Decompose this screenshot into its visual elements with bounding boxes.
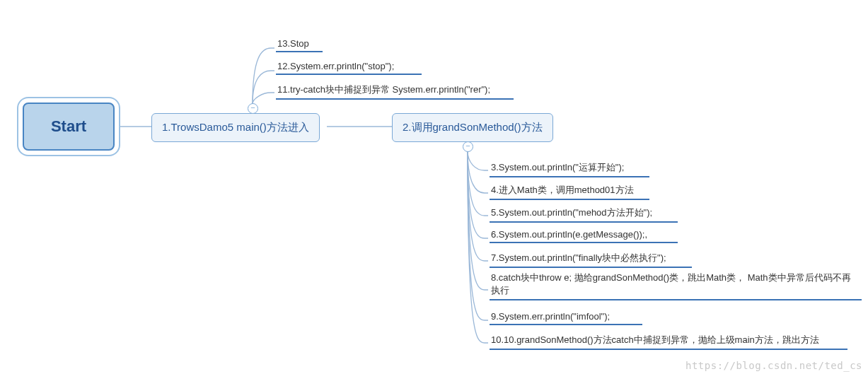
node-main-label: 1.TrowsDamo5 main()方法进入 (162, 121, 309, 133)
collapse-toggle-upper[interactable] (248, 103, 258, 114)
leaf-5-method-start[interactable]: 5.System.out.println("mehod方法开始"); (490, 206, 678, 223)
node-main-method[interactable]: 1.TrowsDamo5 main()方法进入 (151, 113, 320, 142)
root-node[interactable]: Start (23, 103, 115, 151)
leaf-13-stop[interactable]: 13.Stop (276, 38, 323, 52)
watermark-text: https://blog.csdn.net/ted_cs (685, 360, 862, 371)
root-label: Start (51, 117, 86, 136)
leaf-7-finally[interactable]: 7.System.out.println("finally块中必然执行"); (490, 252, 692, 268)
leaf-11-trycatch[interactable]: 11.try-catch块中捕捉到异常 System.err.println("… (276, 83, 514, 100)
leaf-12-println-stop[interactable]: 12.System.err.println("stop"); (276, 61, 422, 75)
connector-lines (0, 0, 868, 374)
leaf-8-throw[interactable]: 8.catch块中throw e; 抛给grandSonMethod()类，跳出… (490, 271, 862, 300)
node-grandson-label: 2.调用grandSonMethod()方法 (403, 121, 543, 133)
leaf-9-imfool[interactable]: 9.System.err.println("imfool"); (490, 311, 642, 325)
leaf-10-catch[interactable]: 10.10.grandSonMethod()方法catch中捕捉到异常，抛给上级… (490, 334, 847, 350)
leaf-4-math[interactable]: 4.进入Math类，调用method01方法 (490, 184, 649, 200)
leaf-6-getmessage[interactable]: 6.System.out.println(e.getMessage());, (490, 229, 678, 243)
collapse-toggle-lower[interactable] (463, 141, 473, 152)
leaf-3-start[interactable]: 3.System.out.println("运算开始"); (490, 161, 649, 177)
node-grandson-method[interactable]: 2.调用grandSonMethod()方法 (392, 113, 553, 142)
